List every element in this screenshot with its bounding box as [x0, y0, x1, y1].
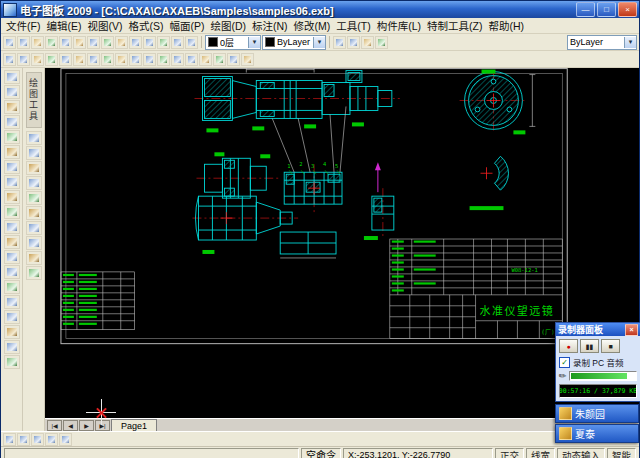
toolbar-icon-copy[interactable] [87, 36, 100, 49]
toolbar-icon-line[interactable] [87, 53, 100, 66]
menu-item[interactable]: 特制工具(Z) [424, 18, 485, 33]
toolbar-icon-undo[interactable] [115, 36, 128, 49]
page-nav-button[interactable]: ▶ [79, 420, 94, 431]
tool-icon-polygon[interactable] [4, 190, 20, 204]
toolbar-icon-hatch[interactable] [199, 53, 212, 66]
page-nav-button[interactable]: |◀ [47, 420, 62, 431]
chevron-down-icon[interactable]: ▾ [248, 37, 260, 48]
tool-icon-stretch[interactable] [26, 221, 42, 235]
toolbar-icon-arc[interactable] [129, 53, 142, 66]
tool-icon-copy[interactable] [26, 146, 42, 160]
tool-icon-break[interactable] [4, 295, 20, 309]
tool-icon-parallel-line[interactable] [4, 100, 20, 114]
tool-icon-datum[interactable] [4, 280, 20, 294]
tool-icon-move[interactable] [26, 131, 42, 145]
toolbar-icon-paste[interactable] [101, 36, 114, 49]
menu-item[interactable]: 修改(M) [291, 18, 334, 33]
volume-slider[interactable] [569, 371, 637, 381]
toolbar-icon-dimension[interactable] [185, 53, 198, 66]
toolbar-icon-save[interactable] [31, 36, 44, 49]
toolbar-icon-layer-manager[interactable] [333, 36, 346, 49]
tool-icon-trim[interactable] [4, 310, 20, 324]
tool-icon-extend[interactable] [4, 325, 20, 339]
status-toggle[interactable]: 线宽 [526, 448, 555, 458]
drawing-canvas[interactable]: 1 2 3 4 5 W08-12-1 (厂) 水准仪望远镜 [45, 68, 639, 418]
toolbar-icon-circle[interactable] [115, 53, 128, 66]
toolbar-icon-new[interactable] [3, 36, 16, 49]
toolbar-icon-linewidth[interactable] [375, 36, 388, 49]
status-toggle[interactable]: 智能 [607, 448, 636, 458]
tool-icon-leader[interactable] [4, 265, 20, 279]
tool-icon-circle[interactable] [4, 115, 20, 129]
page-nav-button[interactable]: ◀ [63, 420, 78, 431]
toolbar-icon-block[interactable] [213, 53, 226, 66]
tool-icon-mirror[interactable] [26, 176, 42, 190]
menu-item[interactable]: 文件(F) [3, 18, 43, 33]
toolbar-icon-delete[interactable] [157, 36, 170, 49]
close-button[interactable]: × [618, 2, 637, 17]
toolbar-icon-zoom-out[interactable] [31, 53, 44, 66]
menu-item[interactable]: 工具(T) [333, 18, 373, 33]
toolbar-icon-print[interactable] [45, 36, 58, 49]
tool-icon-fillet[interactable] [4, 340, 20, 354]
toolbar-icon-explode[interactable] [241, 53, 254, 66]
chevron-down-icon[interactable]: ▾ [313, 37, 325, 48]
menu-item[interactable]: 格式(S) [125, 18, 166, 33]
layer-combo[interactable]: 0层 ▾ [205, 35, 261, 50]
color-combo[interactable]: ByLayer ▾ [262, 35, 326, 50]
tool-icon-line[interactable] [4, 85, 20, 99]
toolbar-icon-polar[interactable] [45, 433, 58, 446]
minimize-button[interactable]: — [576, 2, 595, 17]
toolbar-icon-redo[interactable] [129, 36, 142, 49]
toolbar-icon-zoom-in[interactable] [17, 53, 30, 66]
status-toggle[interactable]: 正交 [495, 448, 524, 458]
toolbar-icon-open[interactable] [17, 36, 30, 49]
toolbar-icon-array[interactable] [227, 53, 240, 66]
toolbar-icon-color-picker[interactable] [347, 36, 360, 49]
checkbox-checked-icon[interactable]: ✓ [559, 357, 570, 368]
menu-item[interactable]: 标注(N) [249, 18, 291, 33]
record-button[interactable]: ● [559, 339, 578, 353]
linetype-combo[interactable]: ByLayer ▾ [567, 35, 637, 50]
tool-icon-offset[interactable] [26, 236, 42, 250]
toolbar-icon-dynamic-input[interactable] [59, 433, 72, 446]
tool-icon-properties[interactable] [26, 266, 42, 280]
tool-icon-chamfer[interactable] [4, 355, 20, 369]
menu-item[interactable]: 帮助(H) [486, 18, 528, 33]
close-icon[interactable]: × [625, 324, 638, 336]
maximize-button[interactable]: □ [597, 2, 616, 17]
toolbar-icon-zoom-window[interactable] [3, 53, 16, 66]
pause-button[interactable]: ▮▮ [580, 339, 599, 353]
toolbar-icon-zoom-all[interactable] [45, 53, 58, 66]
status-toggle[interactable]: 动态输入 [557, 448, 605, 458]
tool-icon-dimension[interactable] [4, 250, 20, 264]
tool-icon-ellipse[interactable] [4, 160, 20, 174]
tool-icon-pointer[interactable] [4, 70, 20, 84]
toolbar-icon-cut[interactable] [73, 36, 86, 49]
minimized-window-item[interactable]: 夏泰 [555, 424, 639, 443]
minimized-window-item[interactable]: 朱颜园 [555, 404, 639, 423]
tool-icon-arc[interactable] [4, 130, 20, 144]
tool-icon-hatch[interactable] [4, 235, 20, 249]
menu-item[interactable]: 绘图(D) [207, 18, 249, 33]
tool-icon-text[interactable] [4, 220, 20, 234]
tool-icon-rectangle[interactable] [4, 175, 20, 189]
toolbar-icon-format-brush[interactable] [143, 36, 156, 49]
toolbar-icon-rectangle[interactable] [157, 53, 170, 66]
menu-item[interactable]: 幅面(P) [166, 18, 207, 33]
stop-button[interactable]: ■ [601, 339, 620, 353]
toolbar-icon-find[interactable] [171, 36, 184, 49]
toolbar-icon-text[interactable] [171, 53, 184, 66]
toolbar-icon-pan[interactable] [59, 53, 72, 66]
toolbar-icon-ortho[interactable] [31, 433, 44, 446]
menu-item[interactable]: 构件库(L) [374, 18, 424, 33]
toolbar-icon-parallel[interactable] [101, 53, 114, 66]
page-nav-button[interactable]: ▶| [95, 420, 110, 431]
toolbar-icon-linetype[interactable] [361, 36, 374, 49]
toolbar-icon-print-preview[interactable] [59, 36, 72, 49]
tool-icon-rotate[interactable] [26, 161, 42, 175]
menu-item[interactable]: 视图(V) [84, 18, 125, 33]
tool-icon-spline[interactable] [4, 145, 20, 159]
tool-icon-point[interactable] [4, 205, 20, 219]
toolbar-icon-snap[interactable] [3, 433, 16, 446]
